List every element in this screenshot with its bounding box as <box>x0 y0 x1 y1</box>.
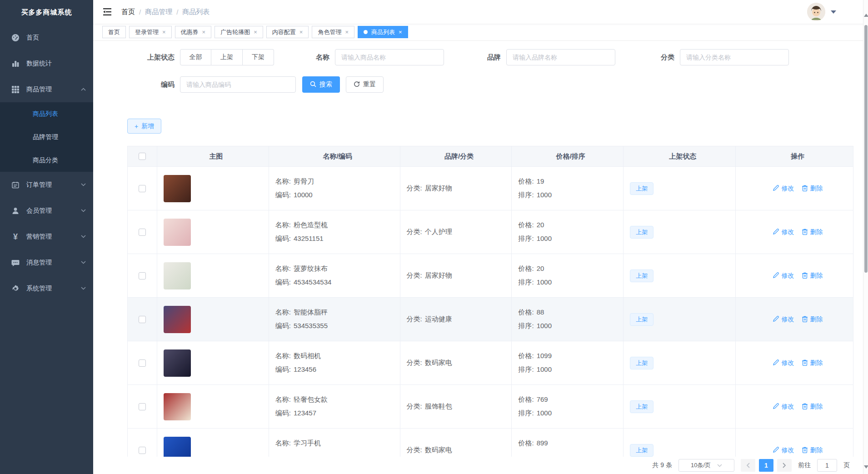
select-all-checkbox[interactable] <box>139 153 146 160</box>
top-bar: 首页 / 商品管理 / 商品列表 <box>93 0 868 24</box>
sidebar-subitem-label: 品牌管理 <box>33 133 58 141</box>
row-checkbox[interactable] <box>139 359 146 367</box>
brand-filter-input[interactable] <box>506 49 615 65</box>
category-filter-input[interactable] <box>680 49 789 65</box>
chevron-left-icon <box>746 463 750 468</box>
row-checkbox[interactable] <box>139 403 146 410</box>
close-icon[interactable]: × <box>254 29 257 35</box>
tab-7[interactable]: 商品列表× <box>358 26 408 38</box>
search-button[interactable]: 搜索 <box>302 76 340 93</box>
status-badge[interactable]: 上架 <box>630 269 653 282</box>
breadcrumb-item[interactable]: 首页 <box>121 8 135 16</box>
scroll-up-arrow-icon[interactable] <box>864 14 868 18</box>
sidebar-item-8[interactable]: 系统管理 <box>0 275 93 301</box>
edit-link[interactable]: 修改 <box>773 272 794 280</box>
edit-icon <box>773 403 779 411</box>
status-badge[interactable]: 上架 <box>630 400 653 413</box>
status-badge[interactable]: 上架 <box>630 357 653 369</box>
delete-link-label: 删除 <box>810 185 823 193</box>
sidebar-subitem[interactable]: 商品分类 <box>0 149 93 172</box>
delete-link[interactable]: 删除 <box>802 403 823 411</box>
row-checkbox[interactable] <box>139 185 146 192</box>
status-badge[interactable]: 上架 <box>630 444 653 457</box>
edit-link-label: 修改 <box>782 403 794 411</box>
close-icon[interactable]: × <box>399 29 402 35</box>
row-checkbox[interactable] <box>139 272 146 279</box>
close-icon[interactable]: × <box>202 29 206 35</box>
edit-link[interactable]: 修改 <box>773 228 794 236</box>
edit-link-label: 修改 <box>782 446 794 454</box>
status-option-on[interactable]: 上架 <box>211 49 243 65</box>
scroll-down-arrow-icon[interactable] <box>864 465 868 469</box>
cell-field-label: 编码: <box>275 235 291 243</box>
status-option-off[interactable]: 下架 <box>243 49 274 65</box>
reset-button[interactable]: 重置 <box>346 76 384 93</box>
sidebar-item-1[interactable]: 首页 <box>0 25 93 50</box>
edit-link[interactable]: 修改 <box>773 446 794 454</box>
goto-page-input[interactable] <box>817 459 837 472</box>
cell-field-label: 名称: <box>275 221 291 230</box>
sidebar-subitem[interactable]: 商品列表 <box>0 102 93 125</box>
cell-line: 名称:学习手机 <box>275 439 400 448</box>
gear-icon <box>11 284 20 293</box>
caret-down-icon[interactable] <box>831 10 836 14</box>
prev-page-button[interactable] <box>741 459 755 472</box>
row-checkbox[interactable] <box>139 447 146 454</box>
status-option-all[interactable]: 全部 <box>180 49 211 65</box>
tab-6[interactable]: 角色管理× <box>312 26 354 38</box>
next-page-button[interactable] <box>777 459 792 472</box>
cell-field-label: 名称: <box>275 308 291 317</box>
cell-field-value: 1000 <box>537 191 552 200</box>
status-cell: 上架 <box>624 298 736 341</box>
delete-link[interactable]: 删除 <box>802 315 823 324</box>
app-title: 买多多商城系统 <box>0 0 93 25</box>
row-checkbox[interactable] <box>139 316 146 323</box>
tab-5[interactable]: 内容配置× <box>266 26 309 38</box>
user-menu[interactable] <box>807 3 836 21</box>
sidebar-item-3[interactable]: 商品管理 <box>0 76 93 102</box>
edit-link[interactable]: 修改 <box>773 403 794 411</box>
tab-1[interactable]: 首页 <box>102 26 126 38</box>
status-filter-label: 上架状态 <box>127 53 175 62</box>
sidebar-item-2[interactable]: 数据统计 <box>0 50 93 76</box>
delete-link[interactable]: 删除 <box>802 359 823 367</box>
row-checkbox[interactable] <box>139 229 146 236</box>
name-filter-input[interactable] <box>335 49 444 65</box>
sidebar-item-5[interactable]: 会员管理 <box>0 198 93 224</box>
sidebar-subitem[interactable]: 品牌管理 <box>0 125 93 149</box>
edit-link-label: 修改 <box>782 315 794 324</box>
tab-3[interactable]: 优惠券× <box>175 26 212 38</box>
sidebar-item-6[interactable]: ¥营销管理 <box>0 224 93 249</box>
grid-icon <box>11 85 20 94</box>
delete-link[interactable]: 删除 <box>802 228 823 236</box>
vertical-scrollbar[interactable] <box>863 0 868 474</box>
delete-link[interactable]: 删除 <box>802 446 823 454</box>
tab-4[interactable]: 广告轮播图× <box>215 26 263 38</box>
cell-line: 编码:534535355 <box>275 322 400 330</box>
tab-2[interactable]: 登录管理× <box>129 26 172 38</box>
status-badge[interactable]: 上架 <box>630 182 653 195</box>
delete-link[interactable]: 删除 <box>802 185 823 193</box>
close-icon[interactable]: × <box>299 29 303 35</box>
status-badge[interactable]: 上架 <box>630 226 653 239</box>
add-button[interactable]: + 新增 <box>127 119 161 134</box>
code-filter-input[interactable] <box>180 76 296 93</box>
user-avatar[interactable] <box>807 3 825 21</box>
sidebar-fold-icon[interactable] <box>102 7 112 16</box>
current-page-button[interactable]: 1 <box>759 459 773 472</box>
close-icon[interactable]: × <box>345 29 349 35</box>
delete-link[interactable]: 删除 <box>802 272 823 280</box>
status-badge[interactable]: 上架 <box>630 313 653 326</box>
col-header-actions: 操作 <box>736 146 853 166</box>
cell-line: 价格:899 <box>518 439 623 448</box>
edit-link[interactable]: 修改 <box>773 359 794 367</box>
sidebar-item-4[interactable]: 订单管理 <box>0 172 93 198</box>
edit-link[interactable]: 修改 <box>773 315 794 324</box>
page-size-select[interactable]: 10条/页 <box>678 459 734 472</box>
sidebar-item-7[interactable]: 消息管理 <box>0 249 93 275</box>
cell-field-label: 排序: <box>518 191 534 200</box>
scrollbar-thumb[interactable] <box>864 25 868 273</box>
edit-link[interactable]: 修改 <box>773 185 794 193</box>
close-icon[interactable]: × <box>162 29 166 35</box>
cell-field-label: 名称: <box>275 177 291 186</box>
